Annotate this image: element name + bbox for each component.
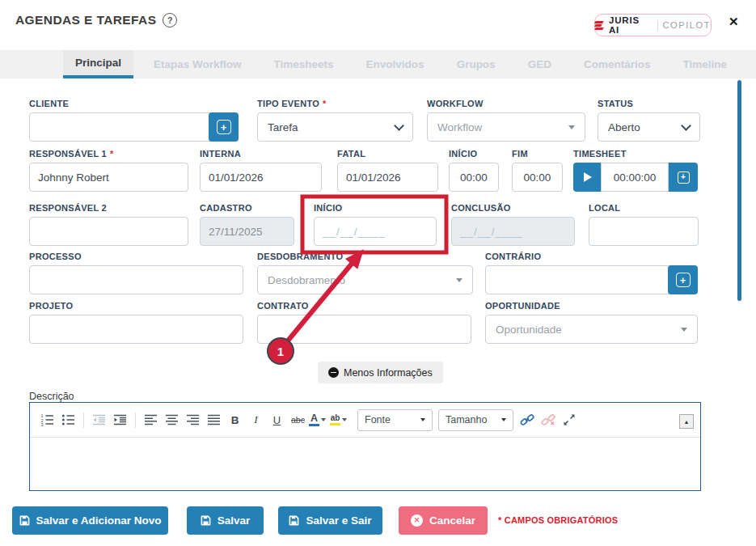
desdobramento-placeholder: Desdobramento	[268, 274, 345, 286]
tab-envolvidos[interactable]: Envolvidos	[354, 50, 437, 78]
required-mark: *	[323, 99, 327, 108]
oportunidade-select[interactable]: Oportunidade	[485, 315, 698, 344]
inicio-hora-input[interactable]	[449, 163, 499, 192]
timesheet-add-button[interactable]: +	[669, 163, 698, 192]
modal-scrollbar[interactable]	[737, 80, 741, 301]
save-and-add-new-button[interactable]: Salvar e Adicionar Novo	[12, 506, 168, 535]
menos-informacoes-label: Menos Informações	[344, 367, 433, 379]
contrario-label: CONTRÁRIO	[485, 252, 541, 261]
add-contrario-button[interactable]: +	[668, 265, 698, 294]
cliente-label: CLIENTE	[29, 99, 69, 108]
tab-comentarios[interactable]: Comentários	[572, 50, 663, 78]
interna-label: INTERNA	[200, 149, 241, 159]
responsavel2-input[interactable]	[29, 217, 188, 246]
italic-icon[interactable]: I	[246, 409, 266, 430]
status-select[interactable]: Aberto	[598, 112, 700, 142]
conclusao-label: CONCLUSÃO	[451, 203, 511, 213]
projeto-input[interactable]	[29, 315, 243, 344]
field-status: STATUS Aberto	[598, 99, 700, 142]
tipo-evento-value: Tarefa	[268, 121, 298, 133]
desdobramento-select[interactable]: Desdobramento	[257, 265, 473, 294]
add-icon: +	[678, 171, 690, 184]
fim-input[interactable]	[512, 163, 563, 192]
font-family-value: Fonte	[365, 414, 391, 425]
juris-ai-copilot-button[interactable]: JURIS AI COPILOT	[594, 14, 712, 36]
field-projeto: PROJETO	[29, 301, 243, 344]
tab-grupos[interactable]: Grupos	[445, 50, 508, 78]
local-label: LOCAL	[589, 203, 620, 213]
editor-scroll-up-button[interactable]: ▲	[679, 414, 694, 429]
responsavel1-input[interactable]	[29, 163, 188, 192]
cancel-button[interactable]: ✕ Cancelar	[399, 506, 488, 535]
save-icon	[289, 515, 299, 526]
contrario-input[interactable]	[485, 265, 670, 294]
editor-content[interactable]	[30, 438, 700, 491]
align-left-icon[interactable]	[141, 409, 161, 430]
text-color-icon: A	[309, 413, 319, 427]
annotation-step-number: 1	[277, 345, 284, 358]
workflow-label: WORKFLOW	[427, 99, 484, 108]
cliente-input[interactable]	[29, 112, 211, 142]
tab-ged[interactable]: GED	[516, 50, 564, 78]
tab-timeline[interactable]: Timeline	[670, 50, 739, 78]
cancel-label: Cancelar	[429, 514, 475, 527]
local-input[interactable]	[589, 217, 699, 246]
tipo-evento-label: TIPO EVENTO	[257, 99, 319, 108]
processo-label: PROCESSO	[29, 252, 82, 261]
bold-icon[interactable]: B	[225, 409, 245, 430]
field-contrario: CONTRÁRIO +	[485, 252, 698, 294]
align-right-icon[interactable]	[183, 409, 203, 430]
save-button[interactable]: Salvar	[187, 506, 264, 535]
add-cliente-button[interactable]: +	[209, 112, 239, 142]
timesheet-input[interactable]	[601, 163, 669, 192]
highlight-icon: ab	[330, 414, 340, 425]
highlight-color-button[interactable]: ab	[330, 409, 354, 430]
tipo-evento-select[interactable]: Tarefa	[257, 112, 413, 142]
fullscreen-icon[interactable]	[559, 409, 579, 430]
save-label: Salvar	[218, 514, 251, 527]
play-icon	[584, 172, 592, 182]
font-family-dropdown[interactable]: Fonte	[357, 409, 433, 431]
align-justify-icon[interactable]	[204, 409, 224, 430]
tab-etapas-workflow[interactable]: Etapas Workflow	[141, 50, 254, 78]
minus-circle-icon	[328, 367, 339, 378]
outdent-icon	[89, 409, 109, 430]
caret-down-icon	[681, 328, 687, 332]
svg-text:3: 3	[41, 422, 44, 426]
font-size-dropdown[interactable]: Tamanho	[438, 409, 513, 431]
inicio-data-input[interactable]	[314, 217, 437, 246]
save-add-label: Salvar e Adicionar Novo	[36, 514, 162, 527]
juris-ai-logo-icon	[595, 21, 603, 30]
align-center-icon[interactable]	[162, 409, 182, 430]
strikethrough-icon[interactable]: abc	[288, 409, 308, 430]
menos-informacoes-button[interactable]: Menos Informações	[318, 362, 443, 383]
status-label: STATUS	[598, 99, 633, 108]
save-and-exit-button[interactable]: Salvar e Sair	[278, 506, 382, 535]
responsavel2-label: RESPONSÁVEL 2	[29, 203, 107, 213]
fatal-input[interactable]	[337, 163, 438, 192]
workflow-select[interactable]: Workflow	[427, 112, 585, 142]
text-color-button[interactable]: A	[309, 409, 329, 430]
status-value: Aberto	[608, 121, 640, 133]
brand-divider	[657, 20, 658, 31]
processo-input[interactable]	[29, 265, 243, 294]
indent-icon[interactable]	[110, 409, 130, 430]
add-icon: +	[676, 273, 691, 287]
field-workflow: WORKFLOW Workflow	[427, 99, 585, 142]
bullet-list-icon[interactable]	[58, 409, 78, 430]
ordered-list-icon[interactable]: 123	[37, 409, 57, 430]
close-icon[interactable]: ✕	[729, 15, 739, 29]
toolbar-divider	[83, 413, 84, 428]
descricao-editor[interactable]: 123 B I U abc A ab Fonte Tamanho ▲	[29, 402, 701, 491]
help-icon[interactable]: ?	[163, 13, 177, 28]
tab-timesheets[interactable]: Timesheets	[262, 50, 346, 78]
tab-principal[interactable]: Principal	[63, 50, 133, 78]
interna-input[interactable]	[200, 163, 322, 192]
underline-icon[interactable]: U	[267, 409, 287, 430]
contrato-input[interactable]	[257, 315, 471, 344]
timesheet-play-button[interactable]	[573, 163, 601, 192]
projeto-label: PROJETO	[29, 301, 73, 311]
page-title: AGENDAS E TAREFAS ?	[15, 13, 177, 28]
caret-down-icon	[321, 418, 326, 421]
link-icon[interactable]	[517, 409, 537, 430]
